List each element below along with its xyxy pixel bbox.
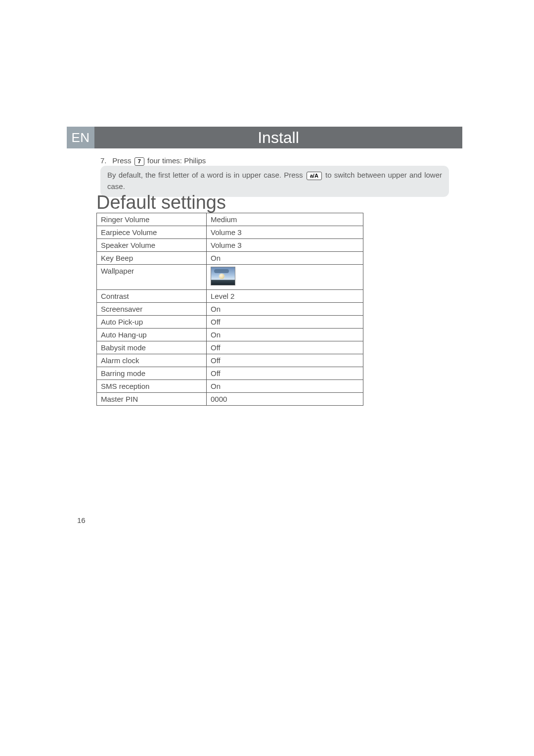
- setting-label: Master PIN: [97, 393, 207, 406]
- table-row: Ringer Volume Medium: [97, 213, 363, 226]
- setting-value: On: [207, 380, 363, 393]
- setting-label: Screensaver: [97, 303, 207, 316]
- case-toggle-key-icon: a/A: [307, 172, 322, 180]
- setting-value: Level 2: [207, 290, 363, 303]
- page-number: 16: [77, 516, 86, 524]
- table-row: Wallpaper: [97, 265, 363, 290]
- setting-label: Auto Hang-up: [97, 329, 207, 341]
- setting-label: Ringer Volume: [97, 213, 207, 226]
- page-header: EN Install: [67, 127, 462, 148]
- setting-value: Off: [207, 354, 363, 367]
- setting-label: Speaker Volume: [97, 239, 207, 252]
- manual-page: EN Install 7. Press 7 four times: Philip…: [0, 0, 534, 756]
- setting-label: Contrast: [97, 290, 207, 303]
- table-row: SMS reception On: [97, 380, 363, 393]
- wallpaper-moon-icon: [219, 274, 224, 279]
- step-7: 7. Press 7 four times: Philips: [100, 156, 446, 166]
- setting-value: On: [207, 329, 363, 341]
- setting-label: Key Beep: [97, 252, 207, 265]
- table-row: Earpiece Volume Volume 3: [97, 226, 363, 239]
- page-title: Install: [94, 127, 462, 148]
- step-after-text: four times: Philips: [147, 156, 206, 165]
- table-row: Key Beep On: [97, 252, 363, 265]
- table-row: Auto Hang-up On: [97, 329, 363, 341]
- step-number: 7.: [100, 156, 110, 165]
- default-settings-table: Ringer Volume Medium Earpiece Volume Vol…: [96, 213, 363, 406]
- table-row: Contrast Level 2: [97, 290, 363, 303]
- table-row: Alarm clock Off: [97, 354, 363, 367]
- setting-value: Off: [207, 341, 363, 354]
- table-row: Speaker Volume Volume 3: [97, 239, 363, 252]
- setting-label: Babysit mode: [97, 341, 207, 354]
- setting-value: On: [207, 303, 363, 316]
- setting-label: Wallpaper: [97, 265, 207, 290]
- setting-value: Volume 3: [207, 239, 363, 252]
- setting-label: SMS reception: [97, 380, 207, 393]
- note-text-before: By default, the first letter of a word i…: [107, 171, 303, 179]
- setting-value-wallpaper: [207, 265, 363, 290]
- table-row: Master PIN 0000: [97, 393, 363, 406]
- setting-value: Off: [207, 367, 363, 380]
- default-settings-heading: Default settings: [96, 192, 226, 213]
- setting-value: 0000: [207, 393, 363, 406]
- setting-value: Volume 3: [207, 226, 363, 239]
- table-row: Auto Pick-up Off: [97, 316, 363, 329]
- setting-value: Off: [207, 316, 363, 329]
- setting-label: Barring mode: [97, 367, 207, 380]
- setting-label: Auto Pick-up: [97, 316, 207, 329]
- setting-label: Earpiece Volume: [97, 226, 207, 239]
- table-row: Babysit mode Off: [97, 341, 363, 354]
- language-badge: EN: [67, 127, 94, 148]
- table-row: Barring mode Off: [97, 367, 363, 380]
- key-7-icon: 7: [134, 157, 144, 166]
- wallpaper-thumbnail-icon: [211, 267, 235, 285]
- setting-value: On: [207, 252, 363, 265]
- table-row: Screensaver On: [97, 303, 363, 316]
- setting-value: Medium: [207, 213, 363, 226]
- wallpaper-cloud-icon: [214, 269, 229, 273]
- step-press-label: Press: [112, 156, 131, 165]
- setting-label: Alarm clock: [97, 354, 207, 367]
